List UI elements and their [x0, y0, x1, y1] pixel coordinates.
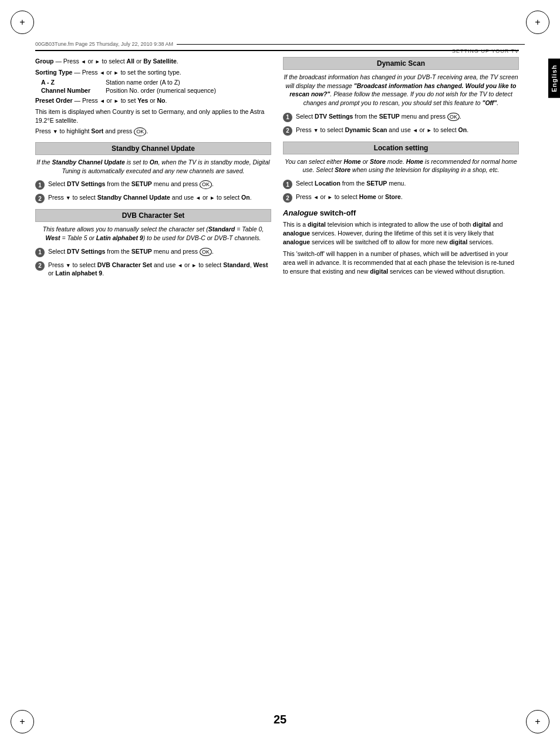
az-key: A - Z — [41, 79, 100, 86]
dynamic-step-2: 2 Press to select Dynamic Scan and use o… — [283, 126, 519, 136]
dvb-step1-text: Select DTV Settings from the SETUP menu … — [48, 247, 214, 257]
location-step-num-1: 1 — [283, 180, 292, 189]
ok-button-sort: OK — [134, 127, 146, 136]
dvb-section-header: DVB Character Set — [35, 209, 271, 222]
preset-note: This item is displayed when Country is s… — [35, 107, 271, 124]
arrow-left-location — [313, 193, 319, 200]
sorting-label: Sorting Type — [35, 69, 72, 76]
dynamic-step-1: 1 Select DTV Settings from the SETUP men… — [283, 112, 519, 122]
press-highlight-sort: Press to highlight Sort and press OK. — [35, 127, 271, 136]
dynamic-scan-header: Dynamic Scan — [283, 57, 519, 70]
arrow-down-dvb — [66, 261, 71, 268]
arrow-right-dynamic — [427, 126, 432, 133]
sorting-type-line: Sorting Type — Press or to set the sorti… — [35, 68, 271, 77]
arrow-down-sort — [53, 127, 58, 134]
preset-order-line: Preset Order — Press or to set Yes or No… — [35, 96, 271, 105]
channel-key: Channel Number — [41, 87, 100, 94]
channel-val: Position No. order (numerical sequence) — [106, 87, 216, 94]
az-row: A - Z Station name order (A to Z) — [41, 79, 271, 86]
arrow-right-standby — [210, 194, 215, 201]
standby-step-1: 1 Select DTV Settings from the SETUP men… — [35, 180, 271, 190]
arrow-right-preset — [114, 97, 119, 104]
dynamic-step2-text: Press to select Dynamic Scan and use or … — [296, 126, 468, 134]
standby-desc: If the Standby Channel Update is set to … — [35, 158, 271, 175]
location-step-num-2: 2 — [283, 193, 292, 203]
group-line: Group — Press or to select All or By Sat… — [35, 57, 271, 66]
corner-mark-br — [526, 710, 549, 733]
location-section: Location setting You can select either H… — [283, 142, 519, 203]
arrow-right-location — [328, 193, 333, 200]
location-step2-text: Press or to select Home or Store. — [296, 193, 403, 201]
location-step-1: 1 Select Location from the SETUP menu. — [283, 179, 519, 189]
ok-button-dynamic1: OK — [447, 113, 460, 122]
standby-section-header: Standby Channel Update — [35, 142, 271, 155]
analogue-body2: This 'switch-off' will happen in a numbe… — [283, 250, 519, 275]
two-column-layout: Group — Press or to select All or By Sat… — [35, 57, 519, 281]
arrow-left-preset — [100, 97, 105, 104]
right-column: Dynamic Scan If the broadcast informatio… — [283, 57, 519, 281]
location-desc: You can select either Home or Store mode… — [283, 157, 519, 174]
left-column: Group — Press or to select All or By Sat… — [35, 57, 271, 281]
dynamic-step1-text: Select DTV Settings from the SETUP menu … — [296, 112, 461, 122]
step-num-1: 1 — [35, 180, 45, 190]
corner-mark-tl — [11, 11, 34, 34]
step-num-2: 2 — [35, 194, 45, 203]
page-number: 25 — [274, 713, 286, 726]
corner-mark-tr — [526, 11, 549, 34]
corner-mark-bl — [11, 710, 34, 733]
arrow-left-group — [81, 58, 86, 65]
arrow-down-standby — [66, 194, 71, 201]
location-step1-text: Select Location from the SETUP menu. — [296, 179, 406, 188]
group-label: Group — [35, 58, 54, 65]
dynamic-step-num-2: 2 — [283, 126, 292, 136]
header-file-info: 00GB03Tune.fm Page 25 Thursday, July 22,… — [35, 41, 525, 47]
location-step-2: 2 Press or to select Home or Store. — [283, 193, 519, 203]
english-tab: English — [548, 59, 560, 98]
dynamic-step-num-1: 1 — [283, 113, 292, 122]
dvb-step-1: 1 Select DTV Settings from the SETUP men… — [35, 247, 271, 257]
dynamic-scan-desc: If the broadcast information has changed… — [283, 73, 519, 107]
dvb-step-2: 2 Press to select DVB Character Set and … — [35, 261, 271, 278]
arrow-left-dvb — [177, 261, 183, 268]
top-rule — [35, 50, 519, 51]
dvb-step2-text: Press to select DVB Character Set and us… — [48, 261, 271, 278]
arrow-down-dynamic — [313, 126, 319, 133]
standby-step2-text: Press to select Standby Channel Update a… — [48, 193, 252, 202]
location-header: Location setting — [283, 142, 519, 154]
ok-button-standby1: OK — [200, 180, 212, 189]
ok-button-dvb1: OK — [200, 248, 212, 257]
arrow-left-dynamic — [413, 126, 418, 133]
sorting-table: A - Z Station name order (A to Z) Channe… — [41, 79, 271, 94]
channel-number-row: Channel Number Position No. order (numer… — [41, 87, 271, 94]
standby-step-2: 2 Press to select Standby Channel Update… — [35, 193, 271, 203]
standby-step1-text: Select DTV Settings from the SETUP menu … — [48, 180, 214, 189]
main-content: Group — Press or to select All or By Sat… — [35, 50, 519, 697]
arrow-right-sort — [114, 69, 119, 76]
analogue-section: Analogue switch-off This is a digital te… — [283, 208, 519, 275]
az-val: Station name order (A to Z) — [106, 79, 180, 86]
preset-label: Preset Order — [35, 97, 73, 104]
analogue-body1: This is a digital television which is in… — [283, 220, 519, 246]
analogue-title: Analogue switch-off — [283, 208, 519, 217]
arrow-left-standby — [195, 194, 201, 201]
dvb-step-num-1: 1 — [35, 248, 45, 257]
arrow-right-group — [95, 58, 100, 65]
dynamic-scan-section: Dynamic Scan If the broadcast informatio… — [283, 57, 519, 136]
dvb-step-num-2: 2 — [35, 261, 45, 271]
arrow-left-sort — [99, 69, 104, 76]
arrow-right-dvb — [191, 261, 197, 268]
dvb-desc: This feature allows you to manually sele… — [35, 225, 271, 242]
